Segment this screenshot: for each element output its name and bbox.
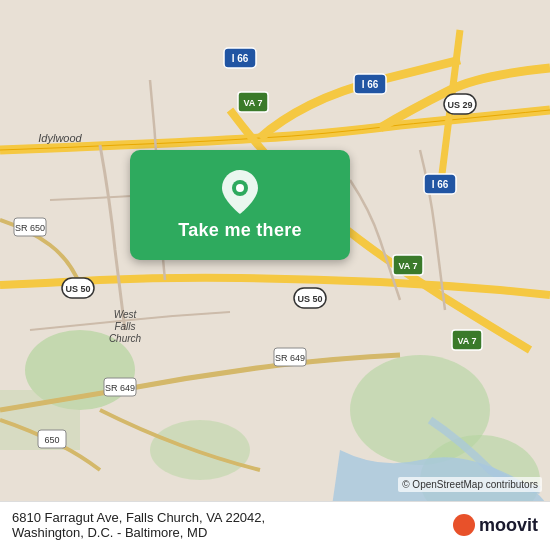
take-me-there-button[interactable]: Take me there (178, 220, 302, 241)
svg-text:I 66: I 66 (362, 79, 379, 90)
svg-text:650: 650 (44, 435, 59, 445)
svg-text:West: West (114, 309, 138, 320)
svg-text:US 50: US 50 (297, 294, 322, 304)
map-roads-layer: I 66 I 66 I 66 VA 7 VA 7 VA 7 US 29 US 5… (0, 0, 550, 550)
svg-text:Church: Church (109, 333, 142, 344)
svg-text:Idylwood: Idylwood (38, 132, 82, 144)
svg-text:I 66: I 66 (432, 179, 449, 190)
moovit-logo-text: moovit (479, 515, 538, 536)
svg-point-36 (236, 184, 244, 192)
address-line2: Washington, D.C. - Baltimore, MD (12, 525, 453, 540)
moovit-dot-icon (453, 514, 475, 536)
take-me-there-overlay[interactable]: Take me there (130, 150, 350, 260)
svg-text:US 50: US 50 (65, 284, 90, 294)
map-container: I 66 I 66 I 66 VA 7 VA 7 VA 7 US 29 US 5… (0, 0, 550, 550)
moovit-logo: moovit (453, 514, 538, 536)
osm-attribution: © OpenStreetMap contributors (398, 477, 542, 492)
svg-text:VA 7: VA 7 (398, 261, 417, 271)
location-pin-icon (222, 170, 258, 214)
svg-point-3 (150, 420, 250, 480)
osm-attribution-text: © OpenStreetMap contributors (402, 479, 538, 490)
address-text: 6810 Farragut Ave, Falls Church, VA 2204… (12, 510, 453, 540)
svg-text:VA 7: VA 7 (457, 336, 476, 346)
svg-text:US 29: US 29 (447, 100, 472, 110)
svg-text:Falls: Falls (114, 321, 135, 332)
svg-text:I 66: I 66 (232, 53, 249, 64)
svg-text:SR 649: SR 649 (275, 353, 305, 363)
svg-text:SR 650: SR 650 (15, 223, 45, 233)
svg-text:VA 7: VA 7 (243, 98, 262, 108)
svg-text:SR 649: SR 649 (105, 383, 135, 393)
info-bar: 6810 Farragut Ave, Falls Church, VA 2204… (0, 501, 550, 550)
address-line1: 6810 Farragut Ave, Falls Church, VA 2204… (12, 510, 453, 525)
